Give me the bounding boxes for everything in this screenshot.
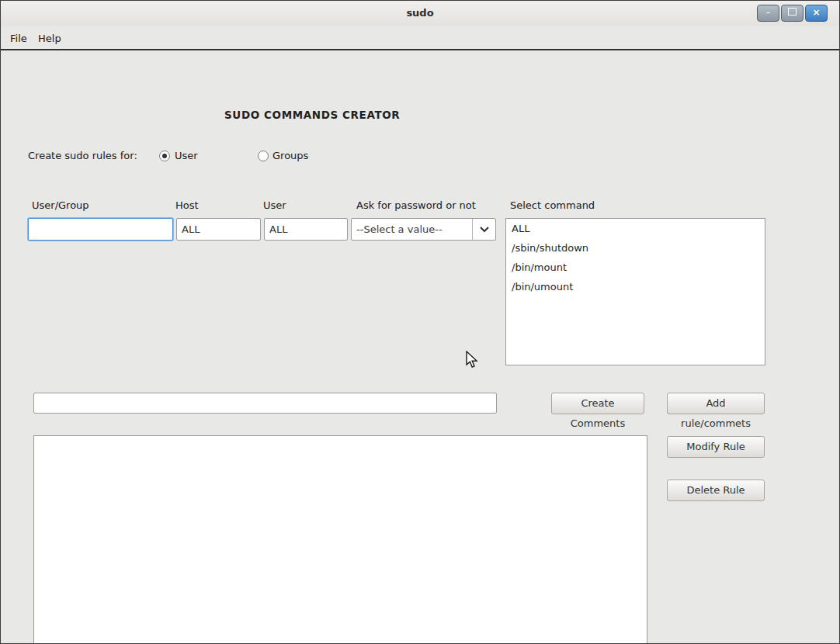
command-listbox: ALL /sbin/shutdown /bin/mount /bin/umoun… (505, 218, 765, 365)
menubar-separator (1, 49, 839, 50)
modify-rule-button[interactable]: Modify Rule (667, 436, 765, 458)
app-window: sudo – × File Help SUDO COMMANDS CREATOR… (0, 0, 840, 644)
col-label-ask-password: Ask for password or not (356, 199, 476, 211)
page-title: SUDO COMMANDS CREATOR (224, 109, 400, 121)
col-label-user: User (263, 199, 286, 211)
window-title: sudo (1, 7, 839, 19)
chevron-down-icon (472, 219, 495, 240)
command-list-item[interactable]: /bin/umount (506, 277, 765, 296)
menubar: File Help (1, 26, 839, 49)
user-input[interactable] (264, 218, 348, 241)
col-label-user-group: User/Group (32, 199, 89, 211)
radio-user[interactable] (159, 151, 170, 161)
rules-list[interactable] (33, 435, 647, 644)
maximize-button[interactable] (781, 5, 804, 22)
col-label-host: Host (175, 199, 199, 211)
ask-password-select[interactable]: --Select a value-- (351, 218, 496, 241)
minimize-icon: – (766, 7, 771, 18)
maximize-icon (788, 8, 797, 16)
mouse-cursor (465, 351, 481, 369)
comment-input[interactable] (33, 393, 497, 414)
col-label-select-command: Select command (510, 199, 595, 211)
titlebar[interactable]: sudo – × (1, 1, 839, 26)
close-icon: × (812, 7, 820, 18)
ask-password-selected-value: --Select a value-- (352, 223, 472, 235)
radio-groups-label[interactable]: Groups (272, 150, 308, 161)
menu-file[interactable]: File (5, 31, 32, 46)
user-group-input[interactable] (28, 218, 173, 241)
rules-for-label: Create sudo rules for: (28, 150, 137, 161)
close-button[interactable]: × (805, 5, 828, 22)
command-list-item[interactable]: /sbin/shutdown (506, 238, 765, 258)
command-list-item[interactable]: ALL (506, 219, 765, 238)
command-list-item[interactable]: /bin/mount (506, 258, 765, 277)
minimize-button[interactable]: – (757, 5, 779, 22)
host-input[interactable] (176, 218, 261, 241)
create-comments-button[interactable]: Create Comments (551, 393, 644, 414)
radio-user-label[interactable]: User (175, 150, 198, 161)
delete-rule-button[interactable]: Delete Rule (667, 480, 765, 501)
add-rule-button[interactable]: Add rule/commets (667, 393, 765, 414)
radio-groups[interactable] (258, 151, 269, 161)
menu-help[interactable]: Help (33, 31, 66, 46)
